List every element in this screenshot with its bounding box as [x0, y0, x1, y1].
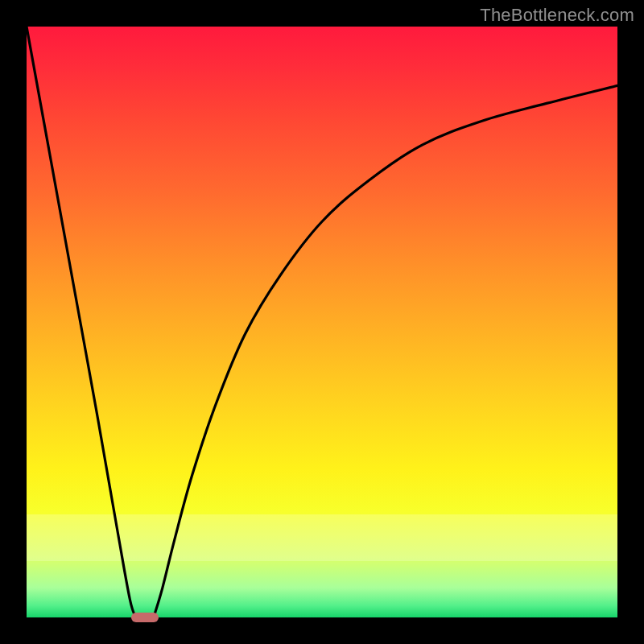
watermark-text: TheBottleneck.com: [480, 5, 634, 26]
curve-left-branch: [27, 27, 136, 617]
highlight-band: [27, 514, 617, 562]
chart-frame: TheBottleneck.com: [0, 0, 644, 644]
minimum-marker: [131, 613, 159, 622]
plot-area: [27, 27, 617, 617]
curve-svg: [27, 27, 617, 617]
curve-right-branch: [154, 85, 617, 617]
